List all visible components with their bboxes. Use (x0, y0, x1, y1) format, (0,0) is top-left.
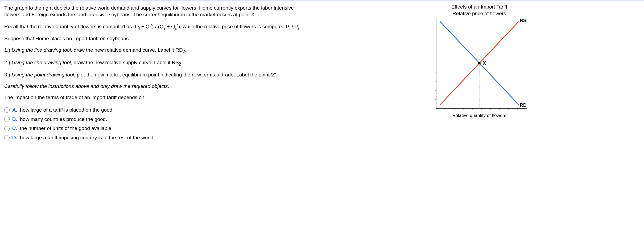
chart-svg[interactable]: X RS RD (432, 18, 527, 112)
question-text-column: The graph to the right depicts the relat… (0, 3, 315, 146)
step1-rest: , draw the new relative demand curve. La… (71, 47, 183, 53)
step2-tool: Using the line drawing tool (11, 60, 71, 65)
step1-tool: Using the line drawing tool (11, 47, 71, 53)
point-x[interactable] (478, 62, 481, 64)
careful-instruction: Carefully follow the instructions above … (4, 83, 310, 90)
step3-pre: 3.) (4, 72, 11, 78)
recall-mid: , while the relative price of flowers is… (180, 24, 286, 29)
choice-text: how large a tariff imposing country is t… (20, 135, 155, 141)
step2-pre: 2.) (4, 60, 11, 65)
formula-quantity: (Qf + Qf*) / (Qs + Qs*) (133, 24, 180, 29)
radio-c[interactable] (4, 126, 10, 131)
step3-tool: Using the point drawing tool (11, 72, 74, 78)
intro-paragraph: The graph to the right depicts the relat… (4, 5, 310, 18)
choice-a[interactable]: A. how large of a tariff is placed on th… (4, 107, 310, 113)
choice-text: the number of units of the good availabl… (20, 125, 113, 132)
step1-end: . (185, 47, 186, 53)
chart-area[interactable]: X RS RD Relative quantity of flowers (432, 18, 527, 118)
choice-text: how many countries produce the good. (20, 116, 107, 123)
step1-pre: 1.) (4, 47, 11, 53)
rs-label: RS (520, 18, 526, 23)
rd-label: RD (520, 103, 527, 108)
step-3: 3.) Using the point drawing tool, plot t… (4, 72, 310, 78)
choice-c[interactable]: C. the number of units of the good avail… (4, 125, 310, 132)
recall-prefix: Recall that the relative quantity of flo… (4, 24, 133, 29)
recall-paragraph: Recall that the relative quantity of flo… (4, 23, 310, 31)
formula-price: Pf / Ps (286, 24, 300, 29)
choice-text: how large of a tariff is placed on the g… (20, 107, 114, 113)
step2-sub: 2 (179, 62, 181, 66)
choice-letter: A. (12, 107, 17, 113)
chart-title: Effects of an Import Tariff Relative pri… (315, 4, 644, 17)
point-x-label: X (483, 60, 486, 66)
chart-column: Effects of an Import Tariff Relative pri… (315, 3, 644, 146)
step-2: 2.) Using the line drawing tool, draw th… (4, 59, 310, 67)
step2-rest: , draw the new relative supply curve. La… (71, 60, 179, 65)
radio-d[interactable] (4, 135, 10, 140)
choice-b[interactable]: B. how many countries produce the good. (4, 116, 310, 123)
x-axis-label: Relative quantity of flowers (432, 113, 527, 118)
step-1: 1.) Using the line drawing tool, draw th… (4, 47, 310, 54)
recall-end: . (300, 24, 301, 29)
impact-sentence: The impact on the terms of trade of an i… (4, 94, 310, 101)
radio-a[interactable] (4, 107, 10, 113)
radio-b[interactable] (4, 117, 10, 122)
choice-letter: B. (12, 116, 17, 123)
suppose-paragraph: Suppose that Home places an import tarif… (4, 35, 310, 42)
chart-title-line1: Effects of an Import Tariff (451, 4, 507, 10)
choice-letter: D. (12, 135, 17, 141)
choice-letter: C. (12, 125, 17, 132)
step2-end: . (181, 60, 183, 65)
answer-choices: A. how large of a tariff is placed on th… (4, 107, 310, 141)
chart-title-line2: Relative price of flowers (452, 11, 506, 16)
choice-d[interactable]: D. how large a tariff imposing country i… (4, 135, 310, 141)
step3-rest: , plot the new market equilibrium point … (74, 72, 278, 78)
